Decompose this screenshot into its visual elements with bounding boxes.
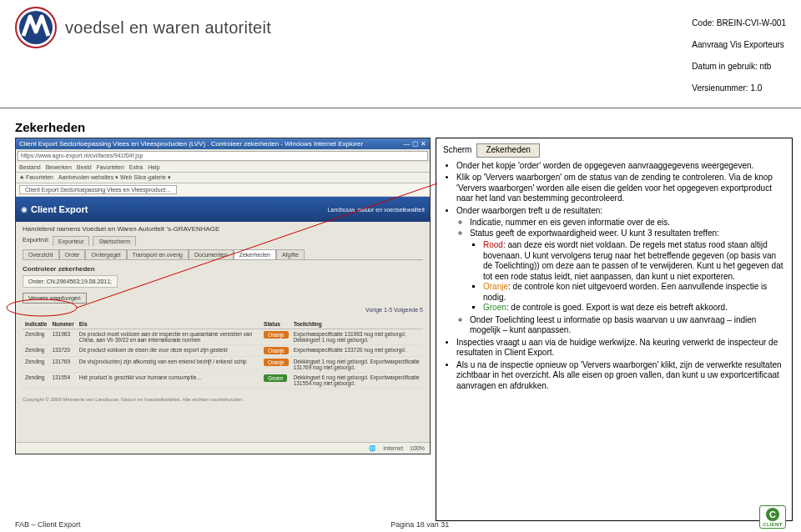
browser-tab[interactable]: Client Export Sectortoepassing Vlees en …	[19, 185, 177, 194]
table-row: Zending 133720 De product voldoen de eis…	[23, 345, 423, 357]
table-row: Zending 131983 De product moet voldoen a…	[23, 329, 423, 345]
status-badge: Oranje	[264, 359, 289, 366]
acting-as-label: Handelend namens Voedsel en Waren Autori…	[23, 225, 423, 233]
menu-favorieten[interactable]: Favorieten	[97, 164, 124, 170]
app-title: Client Export	[31, 204, 88, 214]
status-internet: Internet	[383, 445, 403, 451]
client-badge-label: CLIENT	[763, 522, 782, 527]
meta-date: Datum in gebruik: ntb	[692, 61, 786, 72]
ie-status-bar: 🌐 Internet 100%	[16, 442, 430, 454]
status-orange-item: Oranje: de controle kon niet uitgevoerd …	[483, 282, 785, 303]
favbar-links[interactable]: Aanbevolen websites ▾ Web Slice-galerie …	[58, 174, 171, 181]
cell-num: 131983	[49, 329, 76, 345]
star-icon[interactable]: ★ Favorieten	[19, 174, 53, 181]
red-label: Rood	[483, 240, 503, 249]
document-meta: Code: BREIN-CVI-W-001 Aanvraag Vis Expor…	[692, 7, 786, 104]
footer-center: Pagina 18 van 31	[390, 520, 449, 529]
status-badge: Oranje	[264, 331, 289, 339]
ie-titlebar: Client Export Sectortoepassing Vlees en …	[16, 138, 430, 149]
menu-extra[interactable]: Extra	[129, 164, 143, 170]
tab-transport[interactable]: Transport en overig	[127, 249, 189, 259]
bullet-b3: Onder waarborgen treft u de resultaten: …	[456, 206, 785, 336]
table-row: Zending 131554 Het product is geschikt v…	[23, 373, 423, 389]
ie-favorites-bar: ★ Favorieten Aanbevolen websites ▾ Web S…	[16, 173, 430, 183]
cell-eis: De product moet voldoen aan de inspectie…	[77, 329, 261, 345]
th-status: Status	[261, 319, 291, 329]
cell-toe: Dekkingset 1 nog niet geborgd. Exportwas…	[291, 357, 423, 373]
cell-toe: Exportwaspecificatie 131983 nog niet geb…	[291, 329, 423, 345]
window-controls-icon[interactable]: — ▢ ✕	[404, 140, 426, 148]
orange-label: Oranje	[483, 282, 508, 291]
vwa-logo-icon	[15, 7, 57, 48]
green-label: Groen	[483, 303, 506, 312]
waarborgen-table: Indicatie Nummer Eis Status Toelichting …	[23, 319, 423, 389]
app-banner: ◉ Client Export Landbouw, natuur en voed…	[16, 197, 430, 222]
instruction-list: Onder het kopje 'order' worden de opgege…	[443, 161, 785, 392]
order-summary: Order: CN;2964563;19.08.2011;	[23, 275, 118, 288]
tab-overzicht[interactable]: Overzicht	[23, 249, 59, 259]
main-content-row: Client Export Sectortoepassing Vlees en …	[0, 138, 801, 521]
cell-toe: Exportwaspecificatie 133720 nog niet geb…	[291, 345, 423, 357]
role-tab-startscherm[interactable]: Startscherm	[93, 236, 136, 246]
tab-zekerheden[interactable]: Zekerheden	[234, 249, 276, 259]
cell-ind: Zending	[23, 345, 49, 357]
client-c-icon: C	[766, 508, 779, 521]
cell-ind: Zending	[23, 357, 49, 373]
th-toelichting: Toelichting	[291, 319, 423, 329]
ie-window-title: Client Export Sectortoepassing Vlees en …	[19, 140, 363, 148]
meta-title: Aanvraag Vis Exporteurs	[692, 39, 786, 50]
app-subtitle-right: Landbouw, natuur en voedselkwaliteit	[328, 207, 425, 213]
cell-status: Oranje	[261, 357, 291, 373]
orange-text: : de controle kon niet uitgevoerd worden…	[483, 282, 767, 302]
brand-logo-area: voedsel en waren autoriteit	[15, 7, 271, 48]
whirl-icon: ◉	[21, 205, 28, 213]
tab-ordergegel[interactable]: Ordergegel	[85, 249, 126, 259]
sub-b3c: Onder Toelichting leest u informatie op …	[470, 315, 785, 336]
zekerheden-button[interactable]: Zekerheden	[476, 143, 539, 158]
status-badge: Groen	[264, 374, 287, 382]
menu-beeld[interactable]: Beeld	[77, 164, 92, 170]
main-tabs: Overzicht Order Ordergegel Transport en …	[23, 249, 423, 260]
meta-code: Code: BREIN-CVI-W-001	[692, 18, 786, 28]
meta-version: Versienummer: 1.0	[692, 83, 786, 93]
pager[interactable]: Vorige 1-5 Volgende 5	[23, 307, 423, 313]
bullet-b1: Onder het kopje 'order' worden de opgege…	[456, 161, 785, 172]
status-zoom: 100%	[410, 445, 425, 451]
menu-bestand[interactable]: Bestand	[19, 164, 41, 170]
ie-tab-row: Client Export Sectortoepassing Vlees en …	[16, 183, 430, 197]
cell-eis: Het product is geschikt voor humane cons…	[77, 373, 261, 389]
bullet-b2: Klik op 'Ververs waarborgen' om de statu…	[456, 173, 785, 204]
cell-status: Oranje	[261, 345, 291, 357]
red-text: : aan deze eis wordt niet voldaan. De re…	[483, 240, 783, 281]
section-title: Zekerheden	[15, 120, 801, 134]
b3-text: Onder waarborgen treft u de resultaten:	[456, 206, 602, 215]
cell-ind: Zending	[23, 329, 49, 345]
role-label: Exportrol:	[23, 236, 49, 246]
menu-help[interactable]: Help	[148, 164, 159, 170]
ververs-waarborgen-button[interactable]: Ververs waarborgen	[23, 293, 87, 304]
cell-ind: Zending	[23, 373, 49, 389]
ie-address-bar[interactable]: https://www.agro-export.nl/cvi/faces/941…	[18, 151, 428, 161]
tab-afgifte[interactable]: Afgifte	[276, 249, 305, 259]
cell-eis: De product voldoen de eisen die voor dez…	[77, 345, 261, 357]
sub-b3b: Status geeft de exportwaardigheid weer. …	[470, 228, 785, 314]
th-indicatie: Indicatie	[23, 319, 49, 329]
table-row: Zending 131769 De vis(producten) zijn af…	[23, 357, 423, 373]
status-red-item: Rood: aan deze eis wordt niet voldaan. D…	[483, 240, 785, 282]
brand-name: voedsel en waren autoriteit	[65, 18, 271, 38]
status-badge: Oranje	[264, 347, 289, 354]
cell-status: Oranje	[261, 329, 291, 345]
ie-menubar: Bestand Bewerken Beeld Favorieten Extra …	[16, 163, 430, 173]
cell-num: 131769	[49, 357, 76, 373]
tab-documenten[interactable]: Documenten	[189, 249, 234, 259]
page-header: voedsel en waren autoriteit Code: BREIN-…	[0, 0, 801, 108]
globe-icon: 🌐	[369, 445, 376, 452]
instruction-panel: Scherm Zekerheden Onder het kopje 'order…	[436, 138, 793, 521]
cell-num: 131554	[49, 373, 76, 389]
menu-bewerken[interactable]: Bewerken	[46, 164, 72, 170]
tab-order[interactable]: Order	[59, 249, 86, 259]
role-tab-exporteur[interactable]: Exporteur	[53, 236, 89, 246]
th-eis: Eis	[77, 319, 261, 329]
status-green-item: Groen: de controle is goed. Export is wa…	[483, 303, 785, 314]
bullet-b4: Inspecties vraagt u aan via de huidige w…	[456, 338, 785, 359]
